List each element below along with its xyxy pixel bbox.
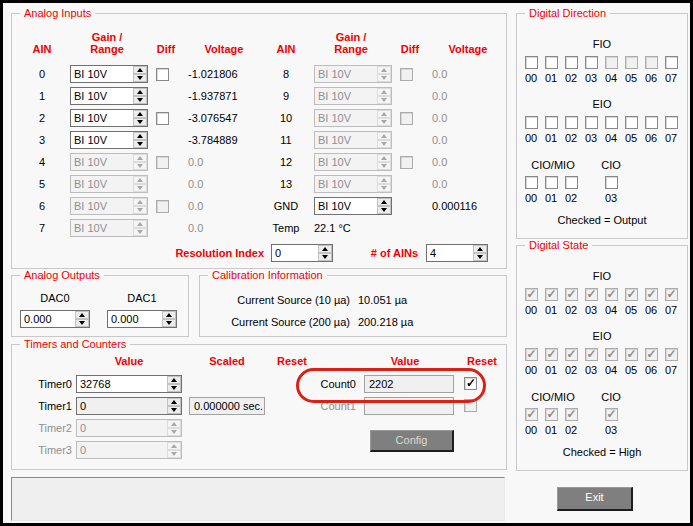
ain-right-gain-range-spinner-13-up-arrow-icon — [377, 176, 391, 184]
dac1-spinner-up-arrow-icon[interactable] — [162, 311, 176, 319]
ain-left-gain-range-spinner-2-arrows[interactable] — [133, 110, 147, 126]
direction-eio-checkbox-05[interactable] — [625, 116, 638, 129]
ain-right-row-ain-12: 12BI 10V0.0 — [264, 152, 512, 172]
ain-left-gain-range-spinner-1-down-arrow-icon[interactable] — [133, 96, 147, 104]
direction-eio-checkbox-07[interactable] — [665, 116, 678, 129]
ain-right-gain-range-spinner-GND-arrows[interactable] — [377, 198, 391, 214]
ain-left-gain-range-cell-1: BI 10V — [64, 87, 150, 105]
ain-left-diff-checkbox-2[interactable] — [156, 112, 169, 125]
direction-cio-mio-checkbox-02[interactable] — [565, 176, 578, 189]
num-ains-spinner[interactable]: 4 — [426, 244, 488, 262]
timer3-value-spinner-arrows — [167, 442, 181, 458]
timer1-value-spinner-up-arrow-icon[interactable] — [167, 398, 181, 406]
ain-right-gain-range-spinner-GND[interactable]: BI 10V — [314, 197, 392, 215]
resolution-index-spinner-arrows[interactable] — [318, 245, 332, 261]
direction-fio-bit-label-07: 07 — [661, 72, 681, 84]
direction-cio-mio-checkbox-00[interactable] — [525, 176, 538, 189]
num-ains-spinner-down-arrow-icon[interactable] — [473, 253, 487, 261]
state-fio-cell-01 — [541, 287, 561, 301]
counter-value-header: Value — [356, 355, 454, 367]
ain-right-gain-range-spinner-8-down-arrow-icon — [377, 74, 391, 82]
timer0-value-spinner[interactable]: 32768 — [76, 375, 182, 393]
timer0-value-spinner-up-arrow-icon[interactable] — [167, 376, 181, 384]
config-button[interactable]: Config — [370, 430, 454, 452]
exit-button[interactable]: Exit — [557, 487, 633, 511]
ain-left-gain-range-spinner-3-up-arrow-icon[interactable] — [133, 132, 147, 140]
direction-eio-checkbox-06[interactable] — [645, 116, 658, 129]
ain-left-gain-range-spinner-1[interactable]: BI 10V — [70, 87, 148, 105]
state-fio-checkbox-07 — [665, 288, 678, 301]
dac1-spinner[interactable]: 0.000 — [107, 310, 177, 328]
timer1-value-spinner-down-arrow-icon[interactable] — [167, 406, 181, 414]
ain-left-gain-range-spinner-0[interactable]: BI 10V — [70, 65, 148, 83]
direction-eio-label-row: 0001020304050607 — [521, 132, 681, 144]
direction-cio-mio-checkbox-01[interactable] — [545, 176, 558, 189]
timer3-value-spinner-down-arrow-icon — [167, 450, 181, 458]
ain-left-gain-range-spinner-4-arrows — [133, 154, 147, 170]
direction-cio-checkbox-03[interactable] — [605, 176, 618, 189]
direction-fio-checkbox-03[interactable] — [585, 56, 598, 69]
ain-left-gain-range-spinner-6: BI 10V — [70, 197, 148, 215]
direction-eio-checkbox-03[interactable] — [585, 116, 598, 129]
num-ains-spinner-value: 4 — [427, 245, 473, 261]
timer1-scaled-box: 0.000000 sec. — [189, 397, 265, 415]
state-eio-checkbox-04 — [605, 348, 618, 361]
state-fio-checkbox-00 — [525, 288, 538, 301]
timer0-value-spinner-arrows[interactable] — [167, 376, 181, 392]
dac1-spinner-arrows[interactable] — [162, 311, 176, 327]
direction-fio-checkbox-07[interactable] — [665, 56, 678, 69]
counter-reset-header: Reset — [458, 355, 506, 367]
analog-outputs-title: Analog Outputs — [20, 269, 104, 281]
ain-left-gain-range-spinner-0-up-arrow-icon[interactable] — [133, 66, 147, 74]
state-fio-checkbox-05 — [625, 288, 638, 301]
dac0-spinner-arrows[interactable] — [75, 311, 89, 327]
ain-left-gain-range-spinner-0-arrows[interactable] — [133, 66, 147, 82]
direction-eio-checkbox-00[interactable] — [525, 116, 538, 129]
ain-left-gain-range-spinner-6-down-arrow-icon — [133, 206, 147, 214]
ain-left-gain-range-spinner-1-up-arrow-icon[interactable] — [133, 88, 147, 96]
ain-right-gain-range-spinner-11-up-arrow-icon — [377, 132, 391, 140]
direction-eio-checkbox-02[interactable] — [565, 116, 578, 129]
dac0-spinner[interactable]: 0.000 — [20, 310, 90, 328]
ain-right-gain-range-spinner-GND-down-arrow-icon[interactable] — [377, 206, 391, 214]
timer1-value-spinner[interactable]: 0 — [76, 397, 182, 415]
num-ains-spinner-arrows[interactable] — [473, 245, 487, 261]
ain-left-gain-range-spinner-2[interactable]: BI 10V — [70, 109, 148, 127]
ain-left-gain-range-spinner-1-arrows[interactable] — [133, 88, 147, 104]
direction-fio-checkbox-02[interactable] — [565, 56, 578, 69]
ain-left-gain-range-spinner-3-down-arrow-icon[interactable] — [133, 140, 147, 148]
ain-left-gain-range-spinner-5-arrows — [133, 176, 147, 192]
direction-eio-checkbox-04[interactable] — [605, 116, 618, 129]
dac0-spinner-up-arrow-icon[interactable] — [75, 311, 89, 319]
count0-reset-checkbox[interactable] — [464, 377, 477, 390]
ain-right-gain-range-cell-13: BI 10V — [308, 175, 394, 193]
direction-fio-checkbox-01[interactable] — [545, 56, 558, 69]
direction-eio-checkbox-01[interactable] — [545, 116, 558, 129]
ain-right-diff-cell-8 — [394, 67, 432, 81]
dac0-spinner-down-arrow-icon[interactable] — [75, 319, 89, 327]
direction-cio-mio-label-row: 000102 — [521, 192, 581, 204]
ain-left-diff-checkbox-0[interactable] — [156, 68, 169, 81]
ain-left-gain-range-spinner-3-arrows[interactable] — [133, 132, 147, 148]
resolution-index-spinner-up-arrow-icon[interactable] — [318, 245, 332, 253]
ain-left-gain-range-spinner-3[interactable]: BI 10V — [70, 131, 148, 149]
dac1-spinner-down-arrow-icon[interactable] — [162, 319, 176, 327]
ain-left-gain-range-spinner-2-down-arrow-icon[interactable] — [133, 118, 147, 126]
ain-left-gain-range-spinner-0-down-arrow-icon[interactable] — [133, 74, 147, 82]
ain-left-gain-range-spinner-2-up-arrow-icon[interactable] — [133, 110, 147, 118]
ain-right-diff-cell-12 — [394, 155, 432, 169]
ain-left-voltage-value-2: -3.076547 — [188, 112, 268, 124]
num-ains-spinner-up-arrow-icon[interactable] — [473, 245, 487, 253]
ain-right-ain-number-9: 9 — [264, 90, 308, 102]
resolution-index-spinner[interactable]: 0 — [271, 244, 333, 262]
calibration-group: Calibration Information Current Source (… — [199, 275, 507, 337]
timer3-value-spinner-value: 0 — [77, 442, 167, 458]
num-ains-label: # of AINs — [360, 247, 418, 259]
resolution-index-spinner-down-arrow-icon[interactable] — [318, 253, 332, 261]
ain-left-gain-range-spinner-4-up-arrow-icon — [133, 154, 147, 162]
direction-fio-checkbox-00[interactable] — [525, 56, 538, 69]
timer0-value-spinner-down-arrow-icon[interactable] — [167, 384, 181, 392]
ain-right-gain-range-spinner-GND-up-arrow-icon[interactable] — [377, 198, 391, 206]
direction-eio-bit-label-01: 01 — [541, 132, 561, 144]
timer1-value-spinner-arrows[interactable] — [167, 398, 181, 414]
